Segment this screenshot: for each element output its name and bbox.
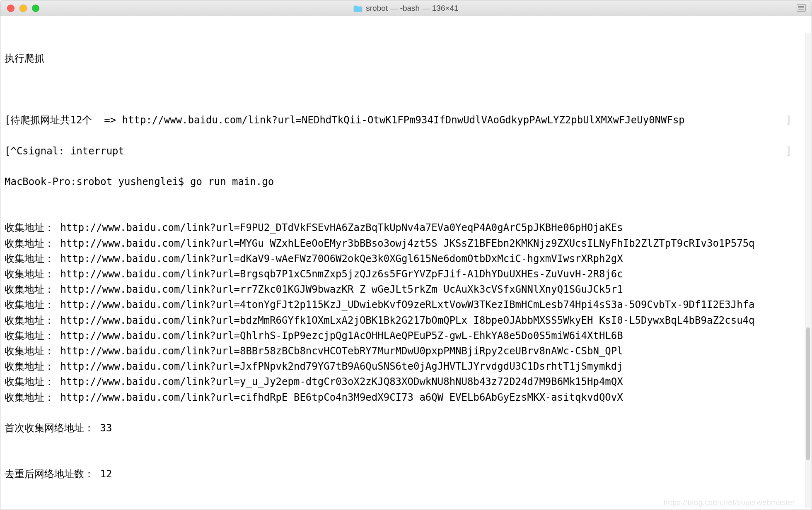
output-line: [^Csignal: interrupt] xyxy=(5,144,800,159)
minimize-icon[interactable] xyxy=(19,5,27,12)
terminal-body[interactable]: 执行爬抓 [待爬抓网址共12个 => http://www.baidu.com/… xyxy=(0,16,812,510)
output-line: 收集地址： http://www.baidu.com/link?url=8BBr… xyxy=(5,344,800,359)
output-line: 收集地址： http://www.baidu.com/link?url=bdzM… xyxy=(5,313,800,328)
output-line: 收集地址： http://www.baidu.com/link?url=rr7Z… xyxy=(5,282,800,297)
output-line: 收集地址： http://www.baidu.com/link?url=cifh… xyxy=(5,390,800,405)
traffic-lights xyxy=(7,5,39,12)
output-line: 收集地址： http://www.baidu.com/link?url=JxfP… xyxy=(5,359,800,374)
scrollbar-thumb[interactable] xyxy=(806,327,810,460)
output-line: [待爬抓网址共12个 => http://www.baidu.com/link?… xyxy=(5,113,800,128)
maximize-icon[interactable] xyxy=(32,5,39,12)
output-line: 收集地址： http://www.baidu.com/link?url=Qhlr… xyxy=(5,328,800,344)
output-line: 收集地址： http://www.baidu.com/link?url=F9PU… xyxy=(5,220,800,236)
hamburger-icon[interactable] xyxy=(797,4,806,12)
output-line: 收集地址： http://www.baidu.com/link?url=MYGu… xyxy=(5,236,800,251)
scrollbar[interactable] xyxy=(805,33,811,508)
window-title: srobot — -bash — 136×41 xyxy=(366,4,458,13)
output-line: 执行爬抓 xyxy=(5,51,800,66)
output-line: 收集地址： http://www.baidu.com/link?url=dKaV… xyxy=(5,251,800,267)
output-line: 首次收集网络地址： 33 xyxy=(5,421,800,436)
output-line: 去重后网络地址数： 12 xyxy=(5,467,800,482)
titlebar[interactable]: srobot — -bash — 136×41 xyxy=(0,0,812,16)
terminal-window: srobot — -bash — 136×41 执行爬抓 [待爬抓网址共12个 … xyxy=(0,0,812,510)
folder-icon xyxy=(353,5,362,12)
close-icon[interactable] xyxy=(7,5,15,12)
output-line: MacBook-Pro:srobot yushenglei$ go run ma… xyxy=(5,174,800,190)
terminal-output: 执行爬抓 [待爬抓网址共12个 => http://www.baidu.com/… xyxy=(0,16,804,510)
output-line: 收集地址： http://www.baidu.com/link?url=Brgs… xyxy=(5,267,800,282)
window-title-wrap: srobot — -bash — 136×41 xyxy=(0,4,812,13)
output-line: 收集地址： http://www.baidu.com/link?url=4ton… xyxy=(5,297,800,313)
output-line: 收集地址： http://www.baidu.com/link?url=y_u_… xyxy=(5,374,800,390)
